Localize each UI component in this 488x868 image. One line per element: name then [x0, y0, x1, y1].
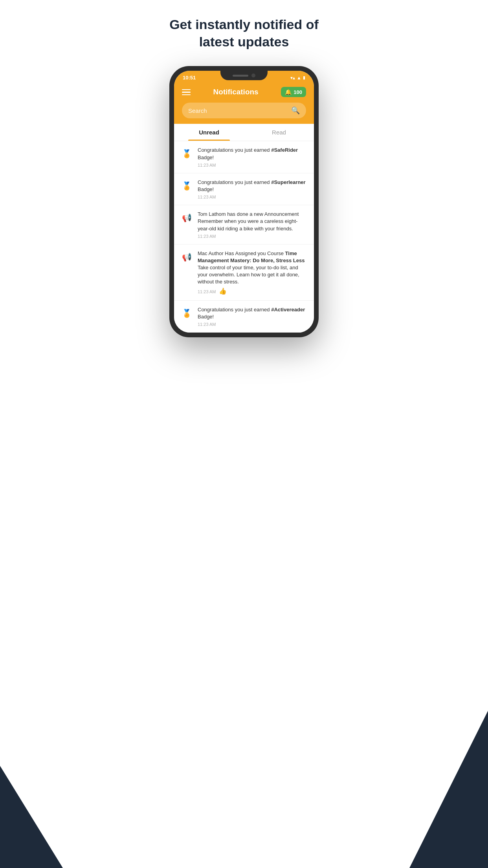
- tab-read[interactable]: Read: [244, 124, 314, 141]
- notification-item[interactable]: 📢 Mac Author Has Assigned you Course Tim…: [174, 245, 314, 301]
- notch-camera: [251, 74, 255, 77]
- notification-time: 11:23 AM: [198, 234, 308, 239]
- notification-text: Congratulations you just earned #Activer…: [198, 306, 308, 320]
- hamburger-line-1: [182, 89, 191, 90]
- phone-notch: [220, 71, 268, 80]
- app-header-title: Notifications: [213, 88, 259, 96]
- corner-decoration-bottom-right: [409, 711, 488, 868]
- notch-pill: [233, 75, 248, 77]
- search-placeholder: Search: [188, 107, 207, 114]
- notification-footer: 11:23 AM 👍: [198, 287, 308, 295]
- notification-time: 11:23 AM: [198, 163, 308, 167]
- search-input-wrap[interactable]: Search 🔍: [182, 103, 306, 118]
- tabs-bar: Unread Read: [174, 124, 314, 141]
- wifi-icon: ▾▴: [290, 75, 295, 81]
- notification-item[interactable]: 📢 Tom Lathom has done a new Announcement…: [174, 205, 314, 245]
- notification-list: 🏅 Congratulations you just earned #SafeR…: [174, 141, 314, 333]
- corner-decoration-bottom-left: [0, 766, 63, 868]
- notification-item[interactable]: 🏅 Congratulations you just earned #Activ…: [174, 301, 314, 333]
- badge-count: 100: [294, 89, 302, 95]
- notification-item[interactable]: 🏅 Congratulations you just earned #Super…: [174, 173, 314, 205]
- medal-icon: 🏅: [180, 180, 193, 192]
- megaphone-icon: 📢: [180, 251, 193, 263]
- thumbs-up-icon: 👍: [219, 287, 227, 295]
- hamburger-menu-button[interactable]: [182, 89, 191, 96]
- notification-content: Congratulations you just earned #Superle…: [198, 179, 308, 199]
- tab-unread[interactable]: Unread: [174, 124, 244, 141]
- search-icon: 🔍: [291, 106, 300, 115]
- search-bar-container: Search 🔍: [174, 103, 314, 124]
- signal-icon: ▲: [297, 75, 301, 81]
- medal-icon: 🏅: [180, 307, 193, 320]
- battery-icon: ▮: [303, 75, 305, 80]
- notification-content: Tom Lathom has done a new Announcement R…: [198, 211, 308, 239]
- status-bar: 10:51 ▾▴ ▲ ▮: [174, 71, 314, 83]
- megaphone-icon: 📢: [180, 211, 193, 224]
- notification-time: 11:23 AM: [198, 195, 308, 199]
- hamburger-line-3: [182, 94, 191, 96]
- notification-content: Congratulations you just earned #Activer…: [198, 306, 308, 327]
- hamburger-line-2: [182, 92, 191, 93]
- notification-time: 11:23 AM: [198, 289, 216, 294]
- notification-item[interactable]: 🏅 Congratulations you just earned #SafeR…: [174, 141, 314, 173]
- notification-text: Congratulations you just earned #SafeRid…: [198, 147, 308, 161]
- medal-icon: 🏅: [180, 147, 193, 160]
- notification-time: 11:23 AM: [198, 322, 308, 327]
- bell-icon: 🔔: [285, 89, 292, 95]
- phone-screen: 10:51 ▾▴ ▲ ▮ Notifications 🔔 100: [174, 71, 314, 333]
- notification-content: Congratulations you just earned #SafeRid…: [198, 147, 308, 167]
- notification-text: Mac Author Has Assigned you Course Time …: [198, 250, 308, 286]
- app-header: Notifications 🔔 100: [174, 83, 314, 103]
- notification-content: Mac Author Has Assigned you Course Time …: [198, 250, 308, 295]
- notification-text: Congratulations you just earned #Superle…: [198, 179, 308, 193]
- phone-mockup: 10:51 ▾▴ ▲ ▮ Notifications 🔔 100: [169, 66, 319, 337]
- notification-count-badge[interactable]: 🔔 100: [281, 87, 306, 97]
- hero-title: Get instantly notified of latest updates: [169, 16, 319, 50]
- status-icons: ▾▴ ▲ ▮: [290, 75, 305, 81]
- status-time: 10:51: [183, 75, 196, 81]
- notification-text: Tom Lathom has done a new Announcement R…: [198, 211, 308, 232]
